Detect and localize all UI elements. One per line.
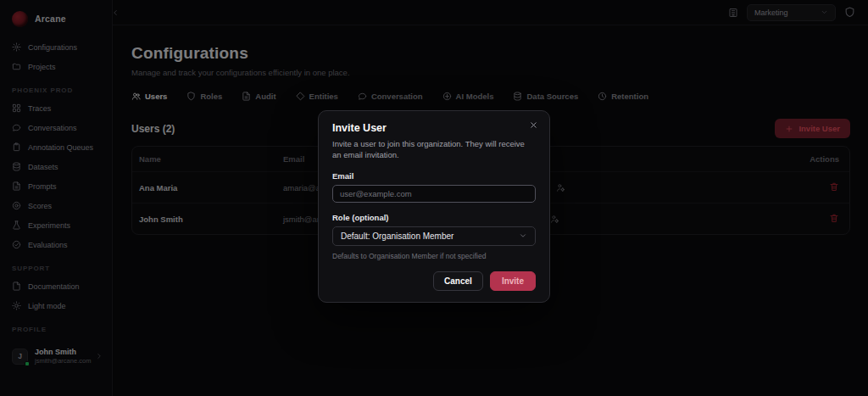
- invite-user-modal: Invite User Invite a user to join this o…: [318, 110, 550, 303]
- modal-title: Invite User: [332, 122, 536, 134]
- email-field[interactable]: [332, 185, 536, 203]
- email-label: Email: [332, 171, 536, 181]
- cancel-button[interactable]: Cancel: [433, 271, 483, 291]
- role-select-value: Default: Organisation Member: [341, 231, 453, 241]
- role-label: Role (optional): [332, 213, 536, 222]
- invite-submit-button[interactable]: Invite: [490, 271, 536, 291]
- app-window: Arcane ConfigurationsProjects PHOENIX PR…: [0, 0, 868, 396]
- role-select[interactable]: Default: Organisation Member: [332, 226, 536, 246]
- modal-footer: Cancel Invite: [332, 271, 536, 291]
- modal-description: Invite a user to join this organization.…: [332, 138, 532, 161]
- close-icon[interactable]: [527, 119, 540, 131]
- role-help-text: Defaults to Organisation Member if not s…: [332, 252, 536, 260]
- chevron-down-icon: [519, 231, 527, 240]
